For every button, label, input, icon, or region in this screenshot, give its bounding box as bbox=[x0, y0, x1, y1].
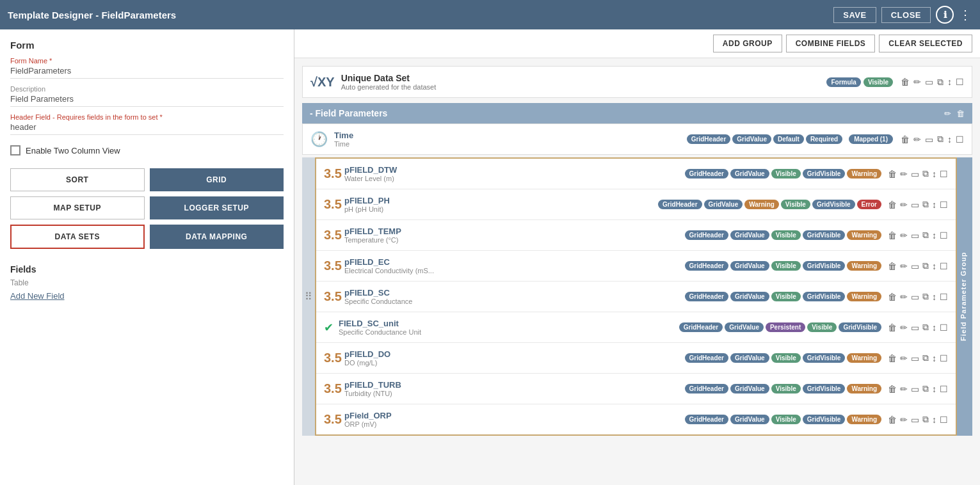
copy-field-icon[interactable]: ⧉ bbox=[922, 383, 929, 394]
delete-field-icon[interactable]: 🗑 bbox=[888, 322, 897, 333]
tablet-field-icon[interactable]: ▭ bbox=[911, 200, 919, 210]
move-field-icon[interactable]: ↕ bbox=[932, 200, 936, 210]
move-field-icon[interactable]: ↕ bbox=[932, 415, 936, 425]
field-desc: Electrical Conductivity (mS... bbox=[344, 267, 679, 274]
delete-icon[interactable]: 🗑 bbox=[901, 77, 910, 87]
map-setup-button[interactable]: MAP SETUP bbox=[10, 196, 145, 219]
field-badge: GridVisible bbox=[803, 353, 846, 363]
add-new-field-link[interactable]: Add New Field bbox=[10, 291, 65, 301]
delete-field-icon[interactable]: 🗑 bbox=[888, 200, 897, 210]
copy-field-icon[interactable]: ⧉ bbox=[922, 168, 929, 179]
delete-field-icon[interactable]: 🗑 bbox=[888, 230, 897, 241]
expand-field-icon[interactable]: ☐ bbox=[940, 353, 948, 363]
expand-field-icon[interactable]: ☐ bbox=[940, 322, 948, 333]
add-group-button[interactable]: ADD GROUP bbox=[713, 35, 782, 52]
tablet-field-icon[interactable]: ▭ bbox=[911, 261, 919, 271]
move-field-icon[interactable]: ↕ bbox=[932, 230, 936, 241]
copy-time-icon[interactable]: ⧉ bbox=[937, 134, 944, 145]
copy-field-icon[interactable]: ⧉ bbox=[922, 353, 929, 363]
edit-group-icon[interactable]: ✏ bbox=[944, 109, 951, 118]
edit-time-icon[interactable]: ✏ bbox=[913, 134, 921, 145]
delete-field-icon[interactable]: 🗑 bbox=[888, 384, 897, 394]
copy-field-icon[interactable]: ⧉ bbox=[922, 322, 929, 333]
expand-field-icon[interactable]: ☐ bbox=[940, 384, 948, 394]
mapped-badge: Mapped (1) bbox=[849, 134, 893, 144]
delete-field-icon[interactable]: 🗑 bbox=[888, 292, 897, 302]
move-icon[interactable]: ↕ bbox=[947, 77, 952, 87]
delete-field-icon[interactable]: 🗑 bbox=[888, 169, 897, 179]
edit-field-icon[interactable]: ✏ bbox=[900, 322, 908, 333]
move-field-icon[interactable]: ↕ bbox=[932, 353, 936, 363]
field-row-actions: 🗑 ✏ ▭ ⧉ ↕ ☐ bbox=[888, 230, 948, 241]
delete-field-icon[interactable]: 🗑 bbox=[888, 353, 897, 363]
field-name-col: pFIELD_EC Electrical Conductivity (mS... bbox=[344, 257, 679, 274]
edit-icon[interactable]: ✏ bbox=[913, 77, 921, 87]
tablet-field-icon[interactable]: ▭ bbox=[911, 322, 919, 333]
table-label: Table bbox=[10, 278, 284, 287]
field-badges: GridHeaderGridValueVisibleGridVisibleWar… bbox=[685, 261, 881, 271]
table-row: 3.5 pFIELD_TURB Turbidity (NTU) GridHead… bbox=[316, 374, 956, 404]
logger-setup-button[interactable]: LOGGER SETUP bbox=[150, 196, 284, 219]
field-pname: pFIELD_TURB bbox=[344, 380, 679, 390]
clear-selected-button[interactable]: CLEAR SELECTED bbox=[879, 35, 972, 52]
expand-field-icon[interactable]: ☐ bbox=[940, 261, 948, 271]
expand-icon[interactable]: ☐ bbox=[956, 77, 964, 87]
expand-field-icon[interactable]: ☐ bbox=[940, 292, 948, 302]
copy-field-icon[interactable]: ⧉ bbox=[922, 230, 929, 241]
edit-field-icon[interactable]: ✏ bbox=[900, 261, 908, 271]
move-field-icon[interactable]: ↕ bbox=[932, 322, 936, 333]
edit-field-icon[interactable]: ✏ bbox=[900, 353, 908, 363]
expand-field-icon[interactable]: ☐ bbox=[940, 415, 948, 425]
delete-group-icon[interactable]: 🗑 bbox=[956, 109, 965, 118]
copy-icon[interactable]: ⧉ bbox=[937, 77, 944, 88]
two-column-view-checkbox[interactable] bbox=[10, 145, 20, 155]
move-field-icon[interactable]: ↕ bbox=[932, 261, 936, 271]
drag-handle[interactable]: ⠿ bbox=[302, 157, 315, 436]
tablet-icon[interactable]: ▭ bbox=[925, 77, 933, 87]
save-button[interactable]: SAVE bbox=[833, 7, 876, 23]
copy-field-icon[interactable]: ⧉ bbox=[922, 199, 929, 210]
expand-time-icon[interactable]: ☐ bbox=[956, 134, 964, 145]
edit-field-icon[interactable]: ✏ bbox=[900, 169, 908, 179]
move-field-icon[interactable]: ↕ bbox=[932, 292, 936, 302]
field-badge: GridValue bbox=[730, 292, 769, 301]
field-desc: ORP (mV) bbox=[344, 420, 679, 428]
tablet-field-icon[interactable]: ▭ bbox=[911, 384, 919, 394]
move-time-icon[interactable]: ↕ bbox=[947, 134, 952, 145]
delete-field-icon[interactable]: 🗑 bbox=[888, 415, 897, 425]
expand-field-icon[interactable]: ☐ bbox=[940, 230, 948, 241]
grid-button[interactable]: GRID bbox=[150, 168, 284, 191]
tablet-field-icon[interactable]: ▭ bbox=[911, 169, 919, 179]
tablet-field-icon[interactable]: ▭ bbox=[911, 415, 919, 425]
tablet-field-icon[interactable]: ▭ bbox=[911, 230, 919, 241]
sort-button[interactable]: SORT bbox=[10, 168, 145, 191]
move-field-icon[interactable]: ↕ bbox=[932, 169, 936, 179]
data-mapping-button[interactable]: DATA MAPPING bbox=[150, 225, 284, 249]
tablet-field-icon[interactable]: ▭ bbox=[911, 292, 919, 302]
edit-field-icon[interactable]: ✏ bbox=[900, 200, 908, 210]
combine-fields-button[interactable]: COMBINE FIELDS bbox=[786, 35, 876, 52]
edit-field-icon[interactable]: ✏ bbox=[900, 384, 908, 394]
delete-field-icon[interactable]: 🗑 bbox=[888, 261, 897, 271]
info-icon[interactable]: ℹ bbox=[936, 6, 954, 24]
data-sets-button[interactable]: DATA SETS bbox=[10, 225, 145, 249]
expand-field-icon[interactable]: ☐ bbox=[940, 200, 948, 210]
edit-field-icon[interactable]: ✏ bbox=[900, 292, 908, 302]
delete-time-icon[interactable]: 🗑 bbox=[901, 134, 910, 145]
copy-field-icon[interactable]: ⧉ bbox=[922, 414, 929, 425]
field-badges: GridHeaderGridValueVisibleGridVisibleWar… bbox=[685, 384, 881, 394]
field-badge: Warning bbox=[847, 261, 881, 271]
field-badge: Warning bbox=[847, 384, 881, 394]
tablet-field-icon[interactable]: ▭ bbox=[911, 353, 919, 363]
edit-field-icon[interactable]: ✏ bbox=[900, 415, 908, 425]
edit-field-icon[interactable]: ✏ bbox=[900, 230, 908, 241]
tablet-time-icon[interactable]: ▭ bbox=[925, 134, 933, 145]
field-badge: GridValue bbox=[730, 169, 769, 179]
more-icon[interactable]: ⋮ bbox=[959, 7, 972, 22]
copy-field-icon[interactable]: ⧉ bbox=[922, 291, 929, 302]
move-field-icon[interactable]: ↕ bbox=[932, 384, 936, 394]
field-badge: GridValue bbox=[730, 415, 769, 424]
expand-field-icon[interactable]: ☐ bbox=[940, 169, 948, 179]
copy-field-icon[interactable]: ⧉ bbox=[922, 260, 929, 271]
close-button[interactable]: CLOSE bbox=[881, 7, 931, 23]
